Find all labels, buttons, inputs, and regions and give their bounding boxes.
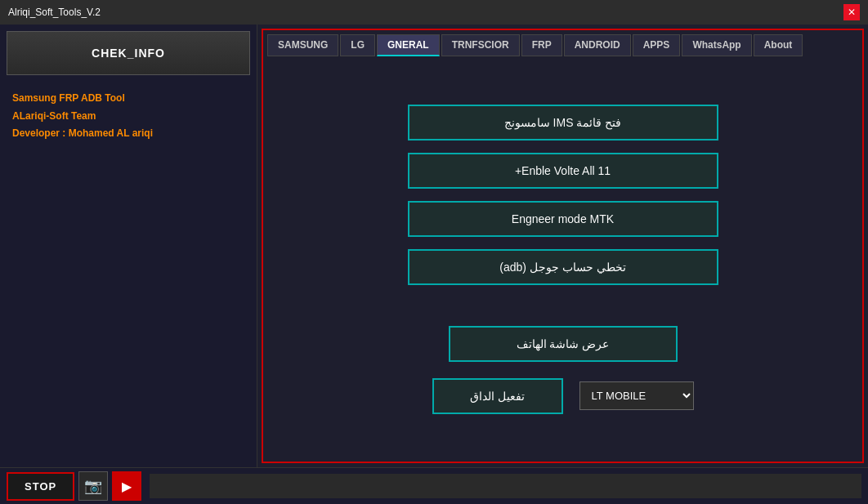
title-bar: Alriqi_Soft_Tools_V.2 ✕ <box>0 0 868 25</box>
youtube-button[interactable]: ▶ <box>112 471 141 501</box>
tab-frp[interactable]: FRP <box>521 34 562 56</box>
camera-button[interactable]: 📷 <box>78 471 108 501</box>
stop-button[interactable]: STOP <box>7 472 74 501</box>
tab-samsung[interactable]: SAMSUNG <box>267 34 338 56</box>
info-text-block: Samsung FRP ADB Tool ALariqi-Soft Team D… <box>0 82 257 151</box>
tab-gneral[interactable]: GNERAL <box>377 34 440 56</box>
tafeel-button[interactable]: تفعيل الداق <box>432 378 563 414</box>
bottom-row: تفعيل الداق LT MOBILE Samsung MTK Qualco… <box>432 378 694 414</box>
info-line-3: Developer : Mohamed AL ariqi <box>12 125 244 143</box>
close-button[interactable]: ✕ <box>843 4 860 20</box>
info-line-1: Samsung FRP ADB Tool <box>12 90 244 108</box>
right-panel: SAMSUNG LG GNERAL TRNFSCIOR FRP ANDROID … <box>262 29 864 463</box>
enble-volte-button[interactable]: Enble Volte All 11+ <box>408 153 718 189</box>
tab-android[interactable]: ANDROID <box>564 34 631 56</box>
tab-lg[interactable]: LG <box>340 34 375 56</box>
bypass-google-button[interactable]: تخطي حساب جوجل (adb) <box>408 249 718 285</box>
title-bar-text: Alriqi_Soft_Tools_V.2 <box>8 7 101 18</box>
display-screen-button[interactable]: عرض شاشة الهاتف <box>449 326 678 362</box>
camera-icon: 📷 <box>84 477 102 495</box>
bottom-bar: STOP 📷 ▶ <box>0 467 868 504</box>
tab-apps[interactable]: APPS <box>633 34 681 56</box>
tab-about[interactable]: About <box>754 34 803 56</box>
youtube-icon: ▶ <box>122 479 132 494</box>
ims-samsung-button[interactable]: فتح قائمة IMS سامسونج <box>408 105 718 140</box>
gneral-tab-content: فتح قائمة IMS سامسونج Enble Volte All 11… <box>263 56 862 462</box>
engineer-mode-button[interactable]: Engneer mode MTK <box>408 201 718 237</box>
status-bar <box>150 474 861 498</box>
tab-trnfscior[interactable]: TRNFSCIOR <box>441 34 520 56</box>
tab-whatsapp[interactable]: WhatsApp <box>682 34 751 56</box>
lt-mobile-select[interactable]: LT MOBILE Samsung MTK Qualcomm <box>579 381 694 410</box>
main-content: CHEK_INFO Samsung FRP ADB Tool ALariqi-S… <box>0 25 868 467</box>
info-line-2: ALariqi-Soft Team <box>12 108 244 126</box>
chek-info-button[interactable]: CHEK_INFO <box>7 31 250 75</box>
left-panel: CHEK_INFO Samsung FRP ADB Tool ALariqi-S… <box>0 25 257 467</box>
tabs-bar: SAMSUNG LG GNERAL TRNFSCIOR FRP ANDROID … <box>263 30 862 56</box>
